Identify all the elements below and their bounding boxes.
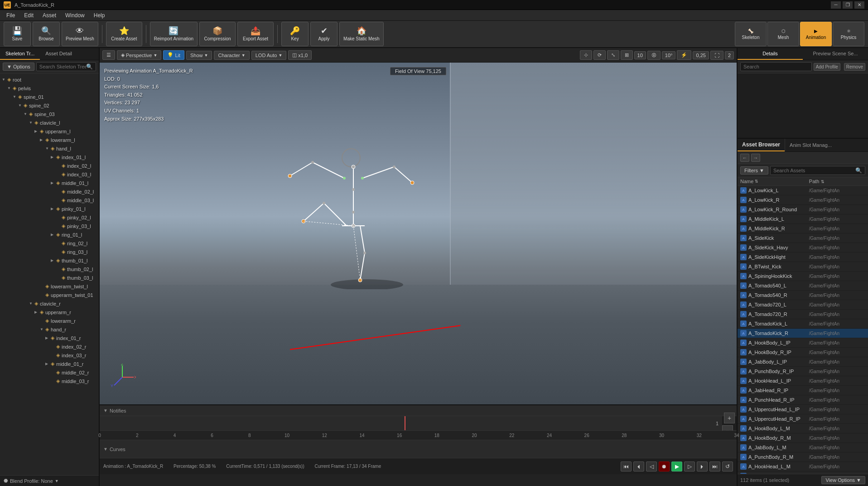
tree-expand-icon[interactable]: ▶: [40, 138, 45, 142]
details-tab[interactable]: Details: [738, 48, 803, 60]
next-key-button[interactable]: ▷: [684, 462, 695, 471]
asset-row[interactable]: A A_UppercutHead_L_IP /Game/FightAn: [738, 405, 868, 414]
tree-expand-icon[interactable]: ▶: [45, 362, 51, 366]
viewport-3d[interactable]: Field Of View 75,125 Previewing Animatio…: [100, 63, 737, 404]
col-name-header[interactable]: Name ⇅: [740, 179, 809, 184]
asset-row[interactable]: A A_TornadoKick_R /Game/FightAn: [738, 329, 868, 338]
asset-row[interactable]: A A_BTwist_Kick /Game/FightAn: [738, 262, 868, 272]
menu-asset[interactable]: Asset: [38, 11, 61, 19]
tree-item[interactable]: ▼ ◈ clavicle_l: [0, 118, 99, 127]
asset-row[interactable]: A A_PunchHead_R_IP /Game/FightAn: [738, 395, 868, 405]
preview-mesh-button[interactable]: 👁 Preview Mesh: [62, 22, 98, 46]
tree-item[interactable]: ▼ ◈ root: [0, 75, 99, 84]
menu-edit[interactable]: Edit: [19, 11, 38, 19]
asset-row[interactable]: A A_Tornado720_L /Game/FightAn: [738, 300, 868, 310]
lod-button[interactable]: LOD Auto ▼: [251, 51, 287, 60]
asset-row[interactable]: A A_LowKick_L /Game/FightAn: [738, 186, 868, 195]
tree-expand-icon[interactable]: ▶: [34, 310, 40, 314]
details-search-input[interactable]: [740, 62, 812, 71]
asset-row[interactable]: A A_JabBody_L_IP /Game/FightAn: [738, 357, 868, 367]
asset-row[interactable]: A A_PunchBody_R_M /Game/FightAn: [738, 452, 868, 462]
tree-expand-icon[interactable]: ▼: [18, 103, 24, 107]
menu-file[interactable]: File: [2, 11, 19, 19]
asset-row[interactable]: A A_HookBody_R_M /Game/FightAn: [738, 433, 868, 443]
tree-item[interactable]: ▶ ◈ pinky_01_l: [0, 204, 99, 213]
tree-item[interactable]: ◈ thumb_02_l: [0, 265, 99, 273]
snap-rotate-button[interactable]: ⟳: [593, 50, 606, 60]
tree-expand-icon[interactable]: ▼: [24, 112, 29, 116]
play-button[interactable]: ▶: [671, 462, 682, 471]
asset-row[interactable]: A A_TornadoKick_L /Game/FightAn: [738, 319, 868, 329]
asset-row[interactable]: A A_HookBody_L_M /Game/FightAn: [738, 424, 868, 433]
snap-scale-button[interactable]: ⤡: [607, 50, 619, 60]
asset-forward-button[interactable]: →: [751, 154, 760, 162]
apply-button[interactable]: ✔ Apply: [310, 22, 338, 46]
preview-scene-tab[interactable]: Preview Scene Se...: [803, 48, 868, 60]
tree-item[interactable]: ▶ ◈ lowerarm_l: [0, 136, 99, 144]
col-path-header[interactable]: Path ⇅: [809, 179, 865, 184]
asset-back-button[interactable]: ←: [740, 154, 749, 162]
tree-expand-icon[interactable]: ▶: [51, 233, 56, 237]
asset-row[interactable]: A A_SpiningHookKick /Game/FightAn: [738, 272, 868, 281]
perspective-button[interactable]: ◈ Perspective ▼: [117, 50, 161, 60]
filters-button[interactable]: Filters ▼: [740, 166, 768, 175]
asset-row[interactable]: A A_PunchBody_R_IP /Game/FightAn: [738, 367, 868, 376]
tree-expand-icon[interactable]: ▶: [51, 207, 56, 211]
prev-key-button[interactable]: ◁: [646, 462, 657, 471]
tree-item[interactable]: ◈ middle_03_l: [0, 196, 99, 204]
tree-expand-icon[interactable]: ▼: [29, 121, 34, 125]
minimize-button[interactable]: ─: [831, 1, 841, 9]
asset-row[interactable]: A A_SideKick_Havy /Game/FightAn: [738, 243, 868, 253]
snap-translate-button[interactable]: ⊹: [580, 50, 592, 60]
tree-expand-icon[interactable]: ▼: [45, 146, 51, 151]
asset-row[interactable]: A A_MiddleKick_R /Game/FightAn: [738, 224, 868, 233]
mesh-tab[interactable]: ⬡ Mesh: [767, 22, 799, 46]
asset-row[interactable]: A A_LowKick_R /Game/FightAn: [738, 195, 868, 205]
menu-help[interactable]: Help: [89, 11, 110, 19]
tree-expand-icon[interactable]: ▶: [51, 258, 56, 262]
tree-item[interactable]: ◈ index_03_l: [0, 170, 99, 179]
asset-row[interactable]: A A_HookBody_R_IP /Game/FightAn: [738, 348, 868, 357]
tree-item[interactable]: ▼ ◈ spine_01: [0, 92, 99, 101]
timeline-add-button[interactable]: +: [724, 413, 735, 423]
record-button[interactable]: ⏺: [659, 462, 670, 471]
restore-button[interactable]: ❐: [843, 1, 853, 9]
asset-row[interactable]: A A_LowKick_R_Round /Game/FightAn: [738, 205, 868, 214]
skeleton-search-input[interactable]: [39, 64, 86, 69]
asset-row[interactable]: A A_SideKick /Game/FightAn: [738, 233, 868, 243]
menu-window[interactable]: Window: [61, 11, 89, 19]
viewport-options-button[interactable]: ☰: [102, 50, 115, 60]
tree-item[interactable]: ◈ middle_02_r: [0, 368, 99, 377]
physics-tab[interactable]: ⚛ Physics: [833, 22, 864, 46]
export-asset-button[interactable]: 📤 Export Asset: [237, 22, 274, 46]
tree-expand-icon[interactable]: ▶: [51, 155, 56, 159]
loop-button[interactable]: ↺: [722, 462, 733, 471]
asset-browser-tab[interactable]: Asset Browser: [738, 139, 785, 151]
character-button[interactable]: Character ▼: [214, 51, 249, 60]
step-forward-button[interactable]: ⏵: [697, 462, 708, 471]
tree-item[interactable]: ▼ ◈ hand_r: [0, 325, 99, 334]
curves-collapse-icon[interactable]: ▼: [103, 447, 108, 452]
asset-row[interactable]: A A_MiddleKick_L /Game/FightAn: [738, 214, 868, 224]
tree-item[interactable]: ◈ index_02_r: [0, 342, 99, 351]
asset-row[interactable]: A A_UppercutHead_R_IP /Game/FightAn: [738, 414, 868, 424]
options-button[interactable]: ▼ Options: [3, 63, 34, 71]
asset-row[interactable]: A A_Tornado540_L /Game/FightAn: [738, 281, 868, 291]
tree-expand-icon[interactable]: ▼: [40, 327, 45, 331]
asset-row[interactable]: A A_Tornado720_R /Game/FightAn: [738, 310, 868, 319]
tree-item[interactable]: ▼ ◈ clavicle_r: [0, 299, 99, 308]
maximize-button[interactable]: ⛶: [710, 51, 723, 60]
asset-row[interactable]: A A_SideKickHight /Game/FightAn: [738, 253, 868, 262]
tree-item[interactable]: ◈ lowerarm_r: [0, 316, 99, 325]
notifies-collapse-icon[interactable]: ▼: [103, 408, 108, 413]
tree-item[interactable]: ▶ ◈ index_01_r: [0, 334, 99, 342]
tree-expand-icon[interactable]: ▼: [29, 301, 34, 306]
tree-item[interactable]: ◈ thumb_03_l: [0, 273, 99, 282]
asset-row[interactable]: A A_JabBody_L_M /Game/FightAn: [738, 443, 868, 452]
asset-row[interactable]: A A_Tornado540_R /Game/FightAn: [738, 291, 868, 300]
tree-expand-icon[interactable]: ▼: [2, 78, 7, 82]
step-back-button[interactable]: ⏴: [633, 462, 644, 471]
tree-item[interactable]: ◈ pinky_02_l: [0, 213, 99, 222]
show-button[interactable]: Show ▼: [186, 51, 212, 60]
tree-item[interactable]: ◈ ring_03_l: [0, 248, 99, 256]
